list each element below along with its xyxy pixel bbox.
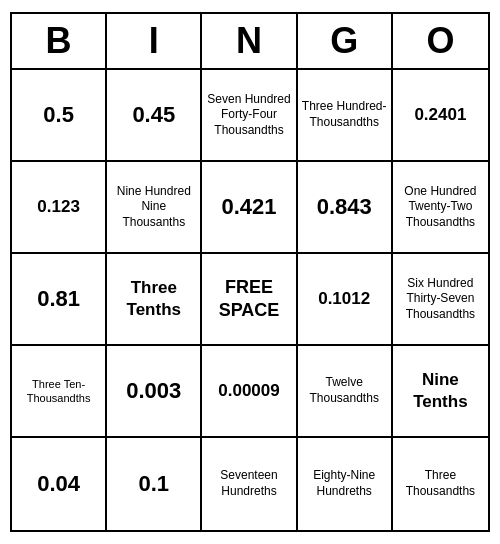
bingo-header-letter: I [107, 14, 202, 68]
bingo-header-letter: N [202, 14, 297, 68]
bingo-cell-r0-c4: 0.2401 [393, 70, 488, 162]
bingo-cell-r1-c0: 0.123 [12, 162, 107, 254]
bingo-header-letter: B [12, 14, 107, 68]
bingo-cell-r1-c3: 0.843 [298, 162, 393, 254]
bingo-card: BINGO 0.50.45Seven Hundred Forty-Four Th… [10, 12, 490, 532]
bingo-grid: 0.50.45Seven Hundred Forty-Four Thousand… [12, 70, 488, 530]
bingo-header: BINGO [12, 14, 488, 70]
bingo-cell-r0-c0: 0.5 [12, 70, 107, 162]
bingo-cell-r2-c1: Three Tenths [107, 254, 202, 346]
bingo-cell-r4-c2: Seventeen Hundreths [202, 438, 297, 530]
bingo-cell-r4-c3: Eighty-Nine Hundreths [298, 438, 393, 530]
bingo-cell-r0-c3: Three Hundred-Thousandths [298, 70, 393, 162]
bingo-cell-r2-c4: Six Hundred Thirty-Seven Thousandths [393, 254, 488, 346]
bingo-cell-r4-c4: Three Thousandths [393, 438, 488, 530]
bingo-cell-r3-c1: 0.003 [107, 346, 202, 438]
bingo-cell-r1-c1: Nine Hundred Nine Thousanths [107, 162, 202, 254]
bingo-cell-r3-c0: Three Ten-Thousandths [12, 346, 107, 438]
bingo-cell-r0-c1: 0.45 [107, 70, 202, 162]
bingo-cell-r3-c2: 0.00009 [202, 346, 297, 438]
bingo-cell-r2-c3: 0.1012 [298, 254, 393, 346]
bingo-header-letter: O [393, 14, 488, 68]
bingo-header-letter: G [298, 14, 393, 68]
bingo-cell-r3-c4: Nine Tenths [393, 346, 488, 438]
bingo-cell-r3-c3: Twelve Thousandths [298, 346, 393, 438]
bingo-cell-r1-c4: One Hundred Twenty-Two Thousandths [393, 162, 488, 254]
bingo-cell-r0-c2: Seven Hundred Forty-Four Thousandths [202, 70, 297, 162]
bingo-cell-r4-c1: 0.1 [107, 438, 202, 530]
bingo-cell-r4-c0: 0.04 [12, 438, 107, 530]
bingo-cell-r1-c2: 0.421 [202, 162, 297, 254]
bingo-cell-r2-c2: FREE SPACE [202, 254, 297, 346]
bingo-cell-r2-c0: 0.81 [12, 254, 107, 346]
